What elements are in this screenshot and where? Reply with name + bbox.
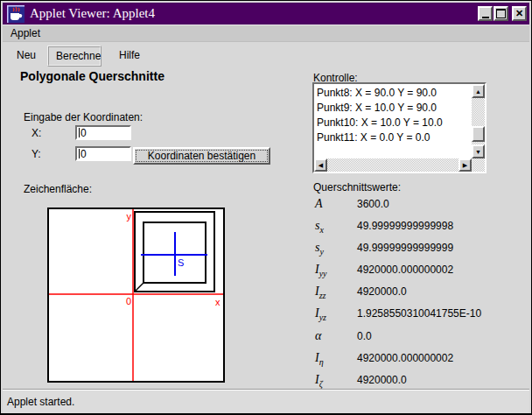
quantity-symbol: Izz bbox=[315, 285, 357, 300]
confirm-coordinates-label: Koordinaten bestätigen bbox=[148, 150, 256, 162]
werte-row: α 0.0 bbox=[315, 329, 516, 351]
scroll-down-icon: ▼ bbox=[475, 149, 481, 155]
close-button[interactable]: ✕ bbox=[512, 6, 527, 21]
scroll-right-icon: ▶ bbox=[463, 162, 467, 168]
quantity-symbol: Iη bbox=[315, 351, 357, 367]
coordinates-section-label: Eingabe der Koordinaten: bbox=[24, 111, 143, 123]
close-icon: ✕ bbox=[515, 9, 523, 18]
neu-button[interactable]: Neu bbox=[11, 47, 41, 63]
hilfe-button[interactable]: Hilfe bbox=[114, 47, 145, 63]
quantity-value: 4920000.000000002 bbox=[357, 351, 453, 364]
quantity-symbol: Iyy bbox=[315, 263, 357, 278]
cross-section-plot: y 0 x S bbox=[49, 209, 223, 381]
centroid-label: S bbox=[178, 257, 184, 268]
scroll-left-icon: ◀ bbox=[318, 162, 323, 168]
quantity-value: 49.99999999999998 bbox=[357, 219, 453, 232]
quantity-symbol: Iζ bbox=[315, 373, 357, 389]
x-axis-label: x bbox=[215, 297, 220, 307]
status-text: Applet started. bbox=[7, 396, 74, 408]
vertical-scroll-thumb[interactable] bbox=[472, 126, 485, 142]
quantity-symbol: sx bbox=[315, 219, 357, 235]
werte-row: sx 49.99999999999998 bbox=[315, 219, 516, 241]
scroll-down-button[interactable]: ▼ bbox=[472, 144, 485, 158]
quantity-symbol: A bbox=[315, 197, 357, 213]
minimize-icon bbox=[482, 17, 489, 18]
vertical-scrollbar[interactable]: ▲ ▼ bbox=[472, 84, 485, 158]
quantity-value: 3600.0 bbox=[357, 197, 389, 210]
list-item[interactable]: Punkt9: X = 10.0 Y = 90.0 bbox=[317, 101, 469, 116]
page-title: Polygonale Querschnitte bbox=[20, 69, 164, 83]
werte-row: Iη 4920000.000000002 bbox=[315, 351, 516, 373]
scrollbar-corner bbox=[472, 158, 485, 172]
text-caret bbox=[79, 128, 80, 137]
drawing-section-label: Zeichenfläche: bbox=[24, 183, 92, 195]
x-label: X: bbox=[32, 127, 41, 139]
list-item[interactable]: Punkt8: X = 90.0 Y = 90.0 bbox=[317, 86, 469, 101]
y-value: 0 bbox=[80, 148, 87, 160]
x-coordinate-input[interactable]: 0 bbox=[75, 125, 131, 140]
quantity-symbol: Iyz bbox=[315, 306, 357, 322]
berechne-button[interactable]: Berechne bbox=[47, 46, 102, 67]
kontrolle-items: Punkt8: X = 90.0 Y = 90.0Punkt9: X = 10.… bbox=[317, 86, 469, 145]
werte-row: Izz 4920000.0 bbox=[315, 285, 516, 306]
y-coordinate-input[interactable]: 0 bbox=[75, 146, 131, 161]
quantity-value: 0.0 bbox=[357, 329, 372, 342]
werte-row: Iyy 4920000.000000002 bbox=[315, 263, 516, 285]
y-label: Y: bbox=[32, 148, 41, 160]
title-bar[interactable]: Applet Viewer: Applet4 ✕ bbox=[3, 3, 529, 25]
polygon-connector-line bbox=[135, 282, 144, 292]
quantity-value: 4920000.0 bbox=[357, 285, 407, 298]
origin-label: 0 bbox=[126, 296, 131, 306]
quantity-value: 4920000.000000002 bbox=[357, 263, 453, 276]
minimize-button[interactable] bbox=[478, 6, 493, 21]
scroll-right-button[interactable]: ▶ bbox=[458, 158, 472, 172]
scroll-left-button[interactable]: ◀ bbox=[314, 158, 327, 172]
quantity-symbol: sy bbox=[315, 241, 357, 257]
status-bar: Applet started. bbox=[3, 389, 529, 413]
drawing-canvas[interactable]: y 0 x S bbox=[47, 208, 225, 383]
x-value: 0 bbox=[80, 127, 87, 139]
list-item[interactable]: Punkt11: X = 0.0 Y = 0.0 bbox=[317, 130, 469, 145]
scroll-up-icon: ▲ bbox=[475, 88, 481, 95]
quantity-symbol: α bbox=[315, 329, 357, 345]
window-title: Applet Viewer: Applet4 bbox=[30, 6, 155, 21]
horizontal-scrollbar[interactable]: ◀ ▶ bbox=[314, 158, 472, 172]
werte-row: sy 49.99999999999999 bbox=[315, 241, 516, 263]
werte-section-label: Querschnittswerte: bbox=[313, 181, 401, 193]
list-item[interactable]: Punkt10: X = 10.0 Y = 10.0 bbox=[317, 116, 469, 130]
java-cup-icon[interactable] bbox=[7, 5, 24, 23]
menu-bar: Applet bbox=[3, 25, 529, 41]
confirm-coordinates-button[interactable]: Koordinaten bestätigen bbox=[133, 147, 270, 165]
applet-viewer-window: Applet Viewer: Applet4 ✕ Applet Neu Bere… bbox=[0, 0, 532, 415]
werte-table: A 3600.0 sx 49.99999999999998 sy 49.9999… bbox=[315, 197, 516, 395]
werte-row: A 3600.0 bbox=[315, 197, 516, 219]
maximize-button[interactable] bbox=[494, 6, 508, 21]
menu-applet[interactable]: Applet bbox=[5, 27, 46, 39]
quantity-value: 49.99999999999999 bbox=[357, 241, 453, 254]
text-caret bbox=[79, 149, 80, 158]
applet-content: Neu Berechne Hilfe Polygonale Querschnit… bbox=[3, 42, 529, 390]
kontrolle-list[interactable]: Punkt8: X = 90.0 Y = 90.0Punkt9: X = 10.… bbox=[312, 82, 486, 173]
maximize-icon bbox=[496, 9, 506, 18]
werte-row: Iyz 1.9258550310041755E-10 bbox=[315, 306, 516, 328]
quantity-value: 4920000.0 bbox=[357, 373, 407, 386]
scroll-up-button[interactable]: ▲ bbox=[472, 84, 485, 98]
y-axis-label: y bbox=[127, 211, 132, 222]
quantity-value: 1.9258550310041755E-10 bbox=[357, 306, 481, 320]
